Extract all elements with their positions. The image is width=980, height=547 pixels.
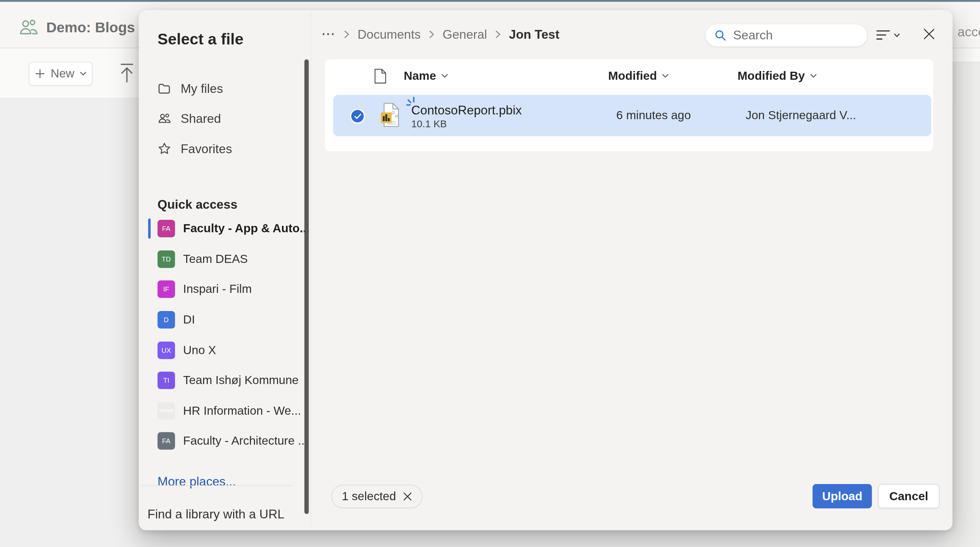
column-header-modified[interactable]: Modified [608,69,669,83]
page-right-divider [950,62,980,63]
chevron-down-icon [894,33,900,37]
search-input[interactable] [733,28,852,43]
site-tile-initials: FA [162,225,170,232]
site-tile: D [158,311,175,328]
plus-icon [34,68,46,79]
remove-selection-icon[interactable] [403,492,412,501]
column-header-name[interactable]: Name [404,69,448,83]
page-title: Demo: Blogs [46,19,135,36]
site-tile-initials: TD [162,255,171,263]
quick-access-label: Team Ishøj Kommune [183,374,299,387]
sidebar-item-shared[interactable]: Shared [158,104,295,134]
close-icon [923,28,934,40]
selection-chip-label: 1 selected [342,490,396,504]
quick-access-item-team-ishoj[interactable]: TI Team Ishøj Kommune [148,365,305,396]
quick-access-item-faculty-app[interactable]: FA Faculty - App & Auto... [148,214,305,244]
star-icon [158,142,172,155]
quick-access-item-inspari-film[interactable]: IF Inspari - Film [148,274,305,304]
page-right-strip [952,63,980,547]
close-dialog-button[interactable] [918,23,939,44]
site-tile-initials: INSPARI [159,409,173,413]
breadcrumb: ··· Documents General Jon Test [322,24,559,45]
upload-button[interactable]: Upload [813,484,872,508]
breadcrumb-item-jon-test[interactable]: Jon Test [509,27,560,42]
site-tile: IF [158,281,175,298]
site-tile: FA [158,220,175,238]
quick-access-label: Faculty - Architecture ... [183,434,308,448]
quick-access-label: HR Information - We... [183,404,301,418]
chevron-down-icon [441,74,448,78]
sidebar-item-my-files[interactable]: My files [158,74,295,104]
file-row-selected[interactable]: ContosoReport.pbix 10.1 KB 6 minutes ago… [333,95,931,136]
breadcrumb-chevron-icon [344,30,349,39]
file-picker-dialog: Select a file My files Shared Favorites [139,10,953,530]
sidebar-item-label: Shared [181,111,221,126]
site-tile: TI [158,372,175,389]
more-places-link[interactable]: More places... [158,475,236,489]
column-header-modified-by[interactable]: Modified By [737,69,817,83]
site-tile: TD [158,251,175,268]
pbix-file-icon [381,102,400,128]
selection-chip[interactable]: 1 selected [331,485,422,509]
chevron-down-icon [810,74,817,78]
view-list-icon [876,29,890,40]
site-tile: UX [158,341,175,359]
sidebar-item-label: My files [181,81,223,96]
quick-access-label: Team DEAS [183,252,248,266]
selected-indicator [148,219,151,238]
breadcrumb-chevron-icon [495,30,501,39]
quick-access-list: FA Faculty - App & Auto... TD Team DEAS … [148,214,305,457]
truncated-right-text: acce [958,24,980,40]
quick-access-heading: Quick access [158,197,237,212]
sidebar-nav: My files Shared Favorites [158,74,295,163]
site-tile-initials: IF [163,286,169,293]
new-button-label: New [51,67,75,81]
file-list: Name Modified Modified By [325,59,933,151]
file-list-header: Name Modified Modified By [325,59,933,92]
breadcrumb-chevron-icon [429,30,434,39]
cancel-button[interactable]: Cancel [878,484,940,508]
search-icon [714,29,726,41]
sidebar-item-favorites[interactable]: Favorites [158,134,295,163]
quick-access-label: Inspari - Film [183,282,252,296]
search-box[interactable] [705,24,867,47]
selected-check-icon[interactable] [352,110,364,122]
quick-access-item-uno-x[interactable]: UX Uno X [148,335,305,365]
site-tile: INSPARI [158,402,175,420]
file-size: 10.1 KB [411,119,447,130]
quick-access-label: Faculty - App & Auto... [183,222,310,236]
sidebar-scrollbar[interactable] [305,59,309,514]
site-tile-initials: FA [162,438,170,445]
screen: Demo: Blogs acce New Select a file My fi… [0,0,980,547]
column-label: Modified [608,69,657,83]
quick-access-label: DI [183,313,195,327]
site-tile-initials: UX [161,346,171,354]
quick-access-item-team-deas[interactable]: TD Team DEAS [148,244,305,274]
document-column-icon [374,68,387,84]
new-button[interactable]: New [29,62,92,86]
quick-access-label: Uno X [183,343,216,357]
sidebar-divider [141,485,294,486]
sidebar-edge-divider [310,10,311,530]
chevron-down-icon [80,71,87,76]
site-tile-initials: D [164,316,169,323]
view-options-button[interactable] [876,25,908,45]
folder-icon [158,82,172,95]
breadcrumb-item-general[interactable]: General [443,27,487,42]
find-library-link[interactable]: Find a library with a URL [148,507,284,522]
file-modified-by: Jon Stjernegaard V... [746,109,856,122]
upload-file-icon[interactable] [119,63,135,84]
quick-access-item-hr-information[interactable]: INSPARI HR Information - We... [148,396,305,426]
quick-access-item-di[interactable]: D DI [148,304,305,335]
breadcrumb-overflow-button[interactable]: ··· [322,28,336,41]
file-modified: 6 minutes ago [616,109,690,122]
chevron-down-icon [662,74,669,78]
team-logo-icon [18,17,40,40]
dialog-title: Select a file [158,30,243,48]
people-icon [158,112,172,125]
breadcrumb-item-documents[interactable]: Documents [358,27,421,42]
site-tile-initials: TI [163,377,169,384]
site-tile: FA [158,433,175,450]
quick-access-item-faculty-architecture[interactable]: FA Faculty - Architecture ... [148,426,305,457]
column-label: Name [404,69,436,83]
